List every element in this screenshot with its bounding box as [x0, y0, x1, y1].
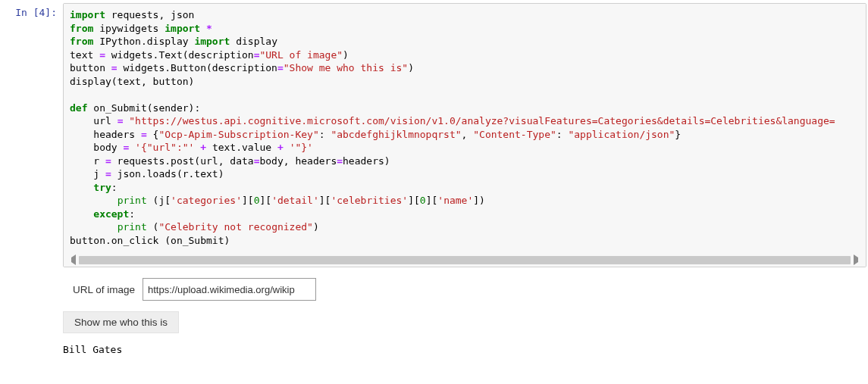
output-area: URL of image Show me who this is Bill Ga… [63, 267, 859, 355]
code-content[interactable]: import requests, json from ipywidgets im… [64, 4, 866, 254]
prompt-suffix: ]: [45, 7, 57, 18]
text-widget-label: URL of image [63, 284, 143, 295]
input-cell: In [4]: import requests, json from ipywi… [0, 0, 868, 267]
code-input-area[interactable]: import requests, json from ipywidgets im… [63, 3, 866, 267]
scroll-right-icon[interactable] [854, 254, 863, 265]
horizontal-scrollbar[interactable] [64, 254, 866, 267]
text-widget-row: URL of image [63, 278, 859, 301]
scrollbar-track[interactable] [79, 256, 851, 264]
submit-button[interactable]: Show me who this is [63, 311, 179, 333]
stdout-text: Bill Gates [63, 344, 859, 355]
input-prompt: In [4]: [0, 3, 63, 267]
scroll-left-icon[interactable] [67, 254, 76, 265]
code-scroll-container: import requests, json from ipywidgets im… [64, 4, 866, 254]
url-input[interactable] [143, 278, 316, 301]
prompt-prefix: In [ [15, 7, 39, 18]
